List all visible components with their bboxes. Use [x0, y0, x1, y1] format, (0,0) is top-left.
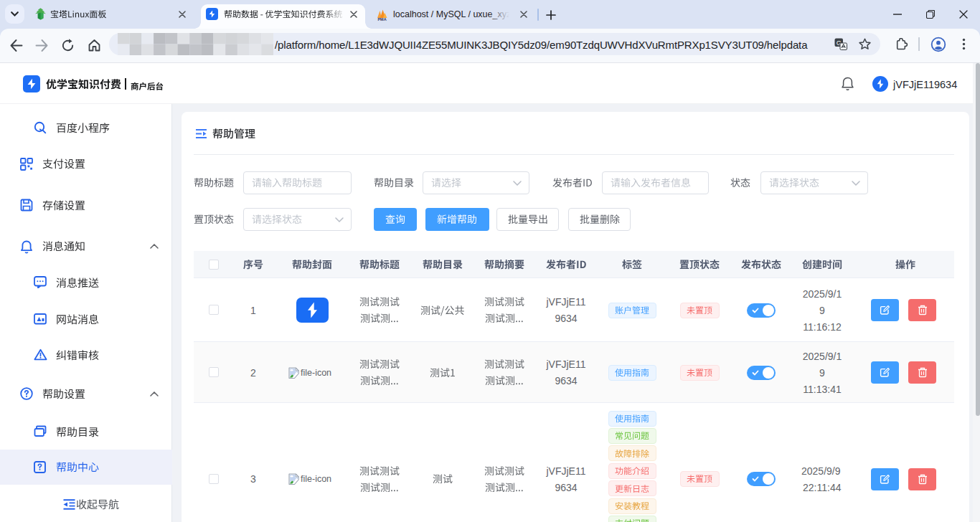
svg-text:PMA: PMA [377, 17, 386, 22]
